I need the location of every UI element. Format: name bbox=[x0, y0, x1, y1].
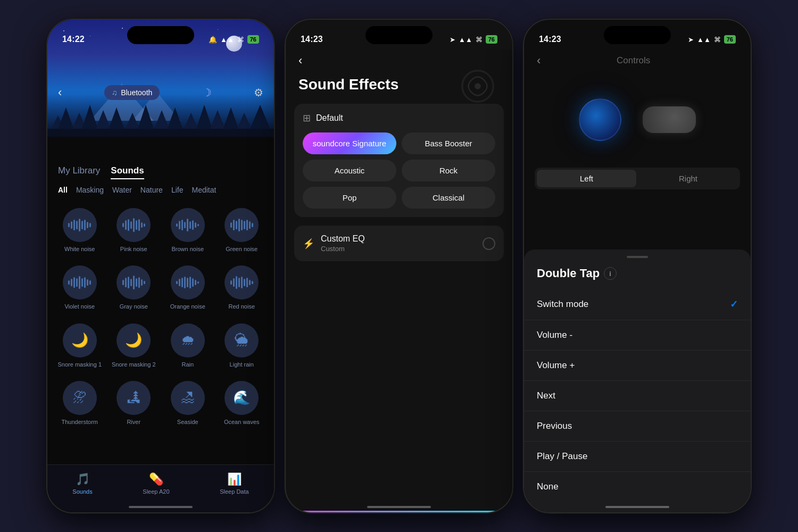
custom-eq-sub: Custom bbox=[321, 245, 365, 253]
status-icons-1: 🔔 ▲▲ ⌘ 76 bbox=[209, 35, 259, 44]
app-logo-overlay bbox=[459, 68, 496, 105]
menu-previous[interactable]: Previous bbox=[524, 411, 751, 442]
preset-rock[interactable]: Rock bbox=[402, 160, 495, 181]
sound-gray-noise[interactable]: Gray noise bbox=[108, 260, 160, 315]
preset-grid: soundcore Signature Bass Booster Acousti… bbox=[303, 132, 495, 209]
svg-rect-16 bbox=[47, 129, 274, 137]
sheet-title-text: Double Tap bbox=[537, 267, 600, 280]
preset-soundcore-signature[interactable]: soundcore Signature bbox=[303, 132, 396, 154]
snore-masking-1-icon: 🌙 bbox=[63, 323, 97, 358]
red-noise-label: Red noise bbox=[228, 303, 255, 310]
menu-volume-plus[interactable]: Volume + bbox=[524, 351, 751, 381]
dynamic-island-2 bbox=[365, 26, 433, 44]
menu-none[interactable]: None bbox=[524, 472, 751, 502]
bottom-nav-1: 🎵 Sounds 💊 Sleep A20 📊 Sleep Data bbox=[47, 464, 274, 512]
home-indicator-2 bbox=[367, 506, 431, 508]
sound-thunderstorm[interactable]: ⛈ Thunderstorm bbox=[54, 376, 106, 431]
sound-orange-noise[interactable]: Orange noise bbox=[162, 260, 214, 315]
eq-grid-icon: ⊞ bbox=[303, 112, 311, 124]
phones-container: 14:22 🔔 ▲▲ ⌘ 76 ‹ ♫ Bluetooth ☽ ⚙ My Lib… bbox=[46, 19, 752, 513]
sound-brown-noise[interactable]: Brown noise bbox=[162, 203, 214, 258]
menu-volume-minus[interactable]: Volume - bbox=[524, 320, 751, 351]
sound-rain[interactable]: 🌧 Rain bbox=[162, 318, 214, 373]
sleep-a20-nav-icon: 💊 bbox=[149, 472, 163, 486]
filter-water[interactable]: Water bbox=[112, 186, 132, 194]
time-2: 14:23 bbox=[301, 35, 323, 44]
custom-eq-section: ⚡ Custom EQ Custom bbox=[294, 226, 504, 261]
back-button-2[interactable]: ‹ bbox=[298, 54, 302, 68]
rain-icon: 🌧 bbox=[171, 323, 205, 358]
tab-left[interactable]: Left bbox=[537, 170, 636, 187]
controls-title: Controls bbox=[541, 55, 726, 66]
status-icons-2: ➤ ▲▲ ⌘ 76 bbox=[450, 35, 497, 44]
music-icon: ♫ bbox=[112, 88, 118, 97]
sound-ocean-waves[interactable]: 🌊 Ocean waves bbox=[216, 376, 268, 431]
menu-volume-plus-label: Volume + bbox=[537, 360, 575, 371]
light-rain-icon: 🌦 bbox=[225, 323, 259, 358]
ocean-waves-icon: 🌊 bbox=[225, 381, 259, 415]
menu-next[interactable]: Next bbox=[524, 381, 751, 411]
wifi-icon: ⌘ bbox=[237, 36, 244, 44]
sound-green-noise[interactable]: Green noise bbox=[216, 203, 268, 258]
sound-snore-masking-1[interactable]: 🌙 Snore masking 1 bbox=[54, 318, 106, 373]
menu-switch-mode[interactable]: Switch mode ✓ bbox=[524, 289, 751, 320]
eq-gradient-bar bbox=[286, 511, 512, 512]
sheet-title: Double Tap i bbox=[524, 267, 751, 289]
sound-river[interactable]: 🏞 River bbox=[108, 376, 160, 431]
sound-white-noise[interactable]: White noise bbox=[54, 203, 106, 258]
eq-default-section: ⊞ Default soundcore Signature Bass Boost… bbox=[294, 104, 504, 217]
sound-light-rain[interactable]: 🌦 Light rain bbox=[216, 318, 268, 373]
violet-noise-icon bbox=[63, 265, 97, 300]
preset-acoustic[interactable]: Acoustic bbox=[303, 160, 396, 181]
brown-noise-icon bbox=[171, 208, 205, 242]
settings-icon[interactable]: ⚙ bbox=[254, 86, 263, 99]
location-icon-3: ➤ bbox=[688, 36, 694, 44]
custom-eq-radio[interactable] bbox=[483, 237, 495, 250]
sound-violet-noise[interactable]: Violet noise bbox=[54, 260, 106, 315]
nav-sleep-data[interactable]: 📊 Sleep Data bbox=[220, 472, 248, 495]
orange-noise-label: Orange noise bbox=[170, 303, 205, 310]
clock-icon: i bbox=[604, 267, 617, 280]
filter-life[interactable]: Life bbox=[171, 186, 184, 194]
filter-nature[interactable]: Nature bbox=[140, 186, 163, 194]
battery-2: 76 bbox=[486, 35, 497, 44]
custom-eq-icon: ⚡ bbox=[303, 238, 314, 250]
phone-3: 14:23 ➤ ▲▲ ⌘ 76 ‹ Controls Left Right bbox=[523, 19, 752, 513]
preset-pop[interactable]: Pop bbox=[303, 187, 396, 209]
tab-sounds[interactable]: Sounds bbox=[111, 165, 144, 179]
menu-previous-label: Previous bbox=[537, 421, 572, 431]
sheet-handle bbox=[627, 256, 648, 258]
menu-play-pause[interactable]: Play / Pause bbox=[524, 442, 751, 472]
sound-snore-masking-2[interactable]: 🌙 Snore masking 2 bbox=[108, 318, 160, 373]
signal-icon-2: ▲▲ bbox=[459, 36, 472, 44]
filter-meditat[interactable]: Meditat bbox=[192, 186, 216, 194]
snore-masking-2-label: Snore masking 2 bbox=[112, 361, 156, 368]
nav-sounds[interactable]: 🎵 Sounds bbox=[72, 472, 92, 495]
nav-sleep-a20[interactable]: 💊 Sleep A20 bbox=[143, 472, 169, 495]
sound-pink-noise[interactable]: Pink noise bbox=[108, 203, 160, 258]
bluetooth-pill[interactable]: ♫ Bluetooth bbox=[104, 85, 160, 100]
menu-switch-mode-label: Switch mode bbox=[537, 299, 588, 310]
violet-noise-label: Violet noise bbox=[64, 303, 95, 310]
filter-masking[interactable]: Masking bbox=[76, 186, 104, 194]
section-tabs: My Library Sounds bbox=[47, 159, 274, 179]
eq-default-label: Default bbox=[316, 113, 343, 123]
light-rain-label: Light rain bbox=[230, 361, 254, 368]
preset-bass-booster[interactable]: Bass Booster bbox=[402, 132, 495, 154]
moon-icon[interactable]: ☽ bbox=[202, 86, 212, 99]
back-button-3[interactable]: ‹ bbox=[537, 54, 541, 68]
thunderstorm-label: Thunderstorm bbox=[62, 418, 98, 426]
bell-icon: 🔔 bbox=[209, 36, 217, 44]
filter-all[interactable]: All bbox=[58, 186, 68, 194]
sound-red-noise[interactable]: Red noise bbox=[216, 260, 268, 315]
tab-right[interactable]: Right bbox=[638, 170, 738, 187]
ocean-waves-label: Ocean waves bbox=[224, 418, 260, 426]
sound-seaside[interactable]: 🏖 Seaside bbox=[162, 376, 214, 431]
tab-my-library[interactable]: My Library bbox=[58, 165, 100, 179]
menu-volume-minus-label: Volume - bbox=[537, 330, 572, 340]
back-button-1[interactable]: ‹ bbox=[58, 86, 62, 99]
snore-masking-1-label: Snore masking 1 bbox=[57, 361, 102, 368]
phone-2: 14:23 ➤ ▲▲ ⌘ 76 ‹ Sound Effects ⊞ Defaul… bbox=[285, 19, 513, 513]
custom-eq-text: Custom EQ Custom bbox=[321, 234, 365, 253]
preset-classical[interactable]: Classical bbox=[402, 187, 495, 209]
